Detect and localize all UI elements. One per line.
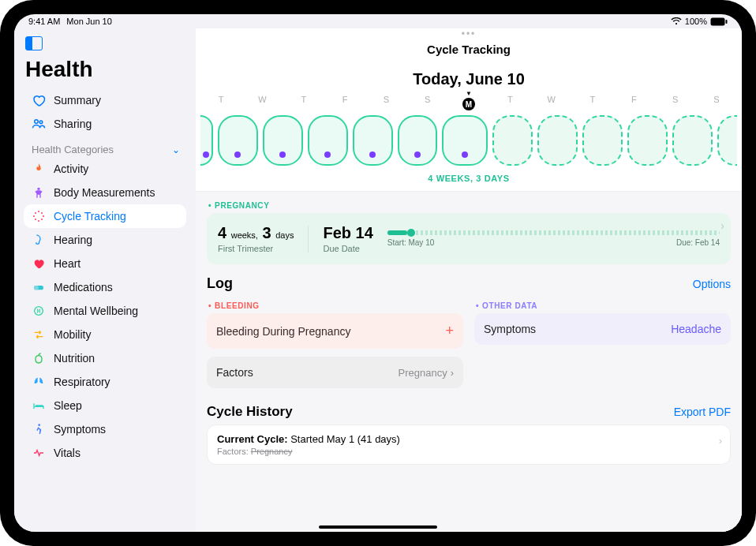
sidebar-item-summary[interactable]: Summary — [24, 88, 186, 112]
today-label: Today, June 10 — [196, 70, 742, 88]
svg-rect-14 — [34, 286, 39, 290]
battery-percent: 100% — [685, 17, 707, 26]
svg-point-2 — [35, 120, 39, 124]
sidebar-item-mobility[interactable]: Mobility — [24, 323, 186, 346]
factors-card[interactable]: Factors Pregnancy› — [207, 357, 463, 388]
options-button[interactable]: Options — [693, 278, 731, 290]
drag-handle-icon[interactable]: ••• — [196, 28, 742, 39]
day-letter-row[interactable]: T W T F S S M T W T F S S — [196, 95, 742, 110]
day-letter-today[interactable]: M — [448, 95, 489, 110]
progress-knob-icon — [407, 229, 415, 237]
cycle-day-pill[interactable] — [218, 115, 258, 166]
sidebar-item-sleep[interactable]: Sleep — [24, 394, 186, 417]
progress-start: Start: May 10 — [387, 238, 434, 247]
sidebar-item-heart[interactable]: Heart — [24, 252, 186, 275]
wifi-icon — [671, 17, 682, 25]
svg-point-3 — [39, 121, 43, 124]
lungs-icon — [32, 375, 46, 389]
day-letter[interactable]: T — [572, 95, 613, 110]
log-heading: Log — [207, 275, 233, 292]
pregnancy-dot-icon — [234, 151, 241, 158]
svg-point-7 — [43, 215, 44, 217]
history-heading: Cycle History — [207, 404, 293, 420]
status-bar: 9:41 AM Mon Jun 10 100% — [14, 14, 742, 28]
svg-point-12 — [35, 212, 36, 214]
bed-icon — [32, 398, 46, 413]
day-letter[interactable]: S — [407, 95, 448, 110]
day-letter[interactable]: W — [531, 95, 572, 110]
day-letter[interactable]: F — [324, 95, 365, 110]
vitals-icon — [32, 446, 46, 460]
cycle-day-pill-future[interactable] — [582, 115, 623, 166]
sidebar-item-sharing[interactable]: Sharing — [24, 112, 186, 136]
cycle-day-pill-future[interactable] — [492, 115, 533, 166]
svg-point-4 — [37, 188, 39, 190]
bleeding-tag: BLEEDING — [208, 301, 462, 310]
day-letter[interactable]: S — [696, 95, 737, 110]
svg-point-11 — [33, 215, 35, 217]
svg-point-6 — [41, 212, 43, 214]
cycle-pill-row[interactable] — [196, 110, 742, 169]
flame-icon — [32, 162, 46, 176]
ear-icon — [32, 233, 46, 247]
cycle-day-pill[interactable] — [353, 115, 393, 166]
svg-point-16 — [38, 424, 40, 426]
main-panel: ••• Cycle Tracking Today, June 10 T W T … — [196, 28, 742, 532]
chevron-right-icon: › — [720, 219, 724, 232]
cycle-day-pill-future[interactable] — [672, 115, 713, 166]
pregnancy-dot-icon — [369, 151, 376, 158]
main-body: PREGNANCY 4 weeks, 3 days First Trimeste… — [196, 191, 742, 532]
pregnancy-card[interactable]: 4 weeks, 3 days First Trimester Feb 14 D… — [207, 213, 731, 264]
sidebar-item-medications[interactable]: Medications — [24, 275, 186, 299]
sidebar-label: Summary — [54, 94, 101, 107]
page-title: Cycle Tracking — [196, 43, 742, 56]
symptoms-card[interactable]: Symptoms Headache — [474, 313, 731, 345]
sidebar-item-respiratory[interactable]: Respiratory — [24, 370, 186, 394]
pregnancy-dot-icon — [462, 151, 468, 158]
heart-icon — [32, 256, 46, 271]
sidebar-toggle-icon[interactable] — [25, 36, 43, 50]
cycle-day-pill[interactable] — [263, 115, 303, 166]
status-time: 9:41 AM — [28, 17, 60, 26]
sidebar-item-mental[interactable]: Mental Wellbeing — [24, 299, 186, 323]
day-letter[interactable]: S — [365, 95, 406, 110]
cycle-day-pill-today[interactable] — [442, 115, 488, 166]
sidebar: Health Summary Sharing Health Categories… — [14, 28, 196, 532]
categories-header[interactable]: Health Categories ⌄ — [32, 144, 180, 155]
cycle-day-pill-future[interactable] — [537, 115, 578, 166]
cycle-day-pill[interactable] — [398, 115, 438, 166]
sidebar-label: Sharing — [54, 118, 92, 130]
sidebar-item-hearing[interactable]: Hearing — [24, 228, 186, 252]
day-letter[interactable]: S — [654, 95, 695, 110]
svg-rect-1 — [726, 20, 728, 24]
home-indicator[interactable] — [319, 525, 437, 529]
cycle-day-pill-future[interactable] — [717, 115, 737, 166]
svg-rect-0 — [711, 17, 725, 25]
day-letter[interactable]: W — [241, 95, 283, 110]
due-date-value: Feb 14 — [323, 224, 372, 242]
cycle-day-pill-future[interactable] — [627, 115, 668, 166]
sidebar-item-activity[interactable]: Activity — [24, 157, 186, 181]
day-letter[interactable]: F — [613, 95, 654, 110]
pregnancy-dot-icon — [279, 151, 286, 158]
cycle-day-pill[interactable] — [308, 115, 348, 166]
cycle-day-pill[interactable] — [200, 115, 213, 166]
day-letter[interactable]: T — [283, 95, 324, 110]
export-pdf-button[interactable]: Export PDF — [674, 406, 731, 418]
bleeding-card[interactable]: Bleeding During Pregnancy + — [207, 313, 463, 349]
chevron-right-icon: › — [719, 435, 722, 447]
sidebar-item-body[interactable]: Body Measurements — [24, 181, 186, 204]
sidebar-item-vitals[interactable]: Vitals — [24, 441, 186, 465]
sidebar-item-cycle[interactable]: Cycle Tracking — [24, 204, 186, 228]
pregnancy-tag: PREGNANCY — [208, 201, 729, 210]
arrows-icon — [32, 327, 46, 342]
app-title: Health — [25, 57, 185, 82]
sidebar-item-symptoms[interactable]: Symptoms — [24, 417, 186, 441]
day-letter[interactable]: T — [200, 95, 241, 110]
current-cycle-card[interactable]: Current Cycle: Started May 1 (41 days) F… — [207, 424, 731, 465]
day-letter[interactable]: T — [489, 95, 530, 110]
other-data-tag: OTHER DATA — [476, 301, 729, 310]
plus-icon[interactable]: + — [445, 323, 454, 339]
sidebar-item-nutrition[interactable]: Nutrition — [24, 346, 186, 370]
pregnancy-dot-icon — [203, 151, 209, 158]
